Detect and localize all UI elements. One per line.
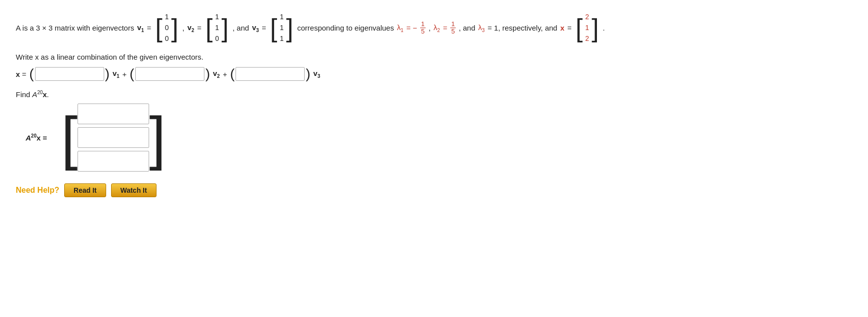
lc-v1-label: v1 <box>113 69 119 79</box>
answer-input-3[interactable] <box>78 151 149 172</box>
lc-v2-label: v2 <box>213 69 220 79</box>
v3-entry-3: 1 <box>279 34 284 44</box>
lc-paren-left-1: ( <box>29 67 34 81</box>
period: . <box>603 23 605 33</box>
lambda3-label: λ3 <box>478 22 485 34</box>
lc-paren-left-3: ( <box>230 67 235 81</box>
x-col: 2 1 2 <box>585 12 590 44</box>
need-help-label: Need Help? <box>16 186 59 195</box>
equals-3: = <box>262 23 266 33</box>
answer-bracket-right: ] <box>149 108 165 167</box>
lambda1-num: 1 <box>420 21 426 28</box>
lc-plus-2: + <box>223 70 227 78</box>
x-bracket-left: [ <box>576 15 583 41</box>
v2-sub: 2 <box>192 28 195 33</box>
v1-entry-3: 0 <box>164 34 169 44</box>
lc-instruction: Write x as a linear combination of the g… <box>16 53 852 61</box>
comma-1: , <box>182 23 184 33</box>
equals-1: = <box>147 23 152 33</box>
v2-bracket-right: ] <box>222 15 229 41</box>
find-section: Find A20x. A20x = [ ] <box>16 90 852 172</box>
lambda1-fraction: 1 5 <box>420 21 426 35</box>
comma-2: , and <box>233 23 249 33</box>
v2-entry-3: 0 <box>215 34 220 44</box>
lc-paren-left-2: ( <box>130 67 134 81</box>
answer-col <box>78 104 149 172</box>
x-label: x <box>560 23 564 33</box>
find-label-text: Find A20x. <box>16 90 852 99</box>
answer-wrap: A20x = [ ] <box>26 104 852 172</box>
v3-entry-1: 1 <box>279 12 284 22</box>
answer-matrix-label: A20x = <box>26 133 55 142</box>
lambda1-sign: = − <box>406 23 417 33</box>
lc-paren-right-3: ) <box>306 67 310 81</box>
v2-col: 1 1 0 <box>215 12 220 44</box>
v1-entry-2: 0 <box>164 23 169 33</box>
v3-col: 1 1 1 <box>279 12 284 44</box>
v2-entry-2: 1 <box>215 23 220 33</box>
v2-bracket-left: [ <box>205 15 212 41</box>
lc-group-2: ( ) <box>130 67 210 81</box>
v1-sub: 1 <box>141 28 144 33</box>
lambda1-label: λ1 <box>397 22 403 34</box>
v2-label: v2 <box>187 22 194 34</box>
comma-4: , and <box>459 23 475 33</box>
lambda2-fraction: 1 5 <box>450 21 456 35</box>
answer-matrix: [ ] <box>61 104 166 172</box>
lc-paren-right-1: ) <box>105 67 110 81</box>
v1-bracket-right: ] <box>171 15 178 41</box>
lc-input-2[interactable] <box>135 67 204 81</box>
v2-entry-1: 1 <box>215 12 220 22</box>
lc-input-1[interactable] <box>35 67 104 81</box>
lc-v3-label: v3 <box>314 69 320 79</box>
x-entry-2: 1 <box>585 23 590 33</box>
v1-col: 1 0 0 <box>164 12 169 44</box>
lambda2-label: λ2 <box>434 22 440 34</box>
linear-combination-line: x = ( ) v1 + ( ) v2 + ( ) v3 <box>16 67 852 81</box>
v3-matrix: [ 1 1 1 ] <box>270 12 293 44</box>
equals-2: = <box>197 23 201 33</box>
v3-label: v3 <box>252 22 259 34</box>
v2-matrix: [ 1 1 0 ] <box>205 12 229 44</box>
x-entry-1: 2 <box>585 12 590 22</box>
v1-bracket-left: [ <box>155 15 162 41</box>
comma-3: , <box>429 23 431 33</box>
lambda1-den: 5 <box>420 28 426 35</box>
lc-plus-1: + <box>122 70 127 78</box>
lambda2-den: 5 <box>450 28 456 35</box>
eigenvalue-intro: corresponding to eigenvalues <box>297 23 394 33</box>
v1-matrix: [ 1 0 0 ] <box>155 12 178 44</box>
x-bracket-right: ] <box>592 15 598 41</box>
lambda2-num: 1 <box>450 21 456 28</box>
read-it-button[interactable]: Read It <box>64 183 106 197</box>
v3-bracket-right: ] <box>286 15 293 41</box>
answer-bracket-left: [ <box>61 108 78 167</box>
lambda2-eq: = <box>443 23 447 33</box>
A-label: A20x <box>32 90 46 99</box>
x-matrix: [ 2 1 2 ] <box>576 12 599 44</box>
page: A is a 3 × 3 matrix with eigenvectors v1… <box>0 0 868 317</box>
v1-entry-1: 1 <box>164 12 169 22</box>
v1-label: v1 <box>137 22 144 34</box>
v3-sub: 3 <box>256 28 259 33</box>
problem-statement: A is a 3 × 3 matrix with eigenvectors v1… <box>16 12 852 44</box>
v3-entry-2: 1 <box>279 23 284 33</box>
v3-bracket-left: [ <box>270 15 277 41</box>
answer-input-2[interactable] <box>78 127 149 148</box>
lc-paren-right-2: ) <box>205 67 210 81</box>
lc-group-3: ( ) <box>230 67 311 81</box>
x-entry-3: 2 <box>585 34 590 44</box>
x-equals: = <box>567 23 572 33</box>
help-section: Need Help? Read It Watch It <box>16 183 852 197</box>
lc-group-1: ( ) <box>29 67 110 81</box>
lambda3-val: = 1, respectively, and <box>488 23 557 33</box>
intro-text: A is a 3 × 3 matrix with eigenvectors <box>16 23 134 33</box>
x-eq-label: x = <box>16 70 26 78</box>
lc-input-3[interactable] <box>236 67 305 81</box>
answer-input-1[interactable] <box>78 104 149 124</box>
watch-it-button[interactable]: Watch It <box>111 183 157 197</box>
